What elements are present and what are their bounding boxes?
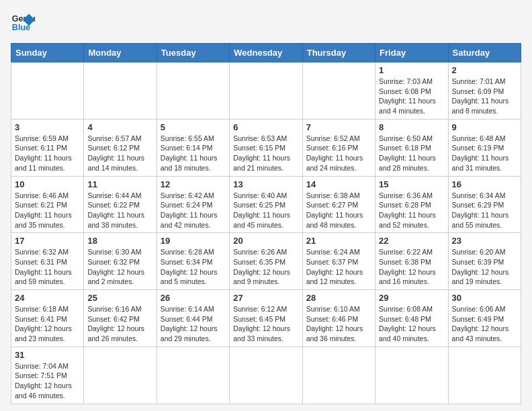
- day-info: Sunrise: 6:10 AM Sunset: 6:46 PM Dayligh…: [306, 304, 371, 344]
- calendar-cell: 22Sunrise: 6:22 AM Sunset: 6:38 PM Dayli…: [375, 233, 448, 290]
- day-info: Sunrise: 6:40 AM Sunset: 6:25 PM Dayligh…: [233, 191, 298, 230]
- day-number: 25: [87, 293, 152, 303]
- day-info: Sunrise: 6:50 AM Sunset: 6:18 PM Dayligh…: [379, 134, 444, 173]
- calendar-cell: [84, 347, 157, 404]
- calendar-cell: 2Sunrise: 7:01 AM Sunset: 6:09 PM Daylig…: [448, 62, 521, 120]
- calendar-cell: 3Sunrise: 6:59 AM Sunset: 6:11 PM Daylig…: [11, 119, 84, 176]
- calendar-week-row: 31Sunrise: 7:04 AM Sunset: 7:51 PM Dayli…: [11, 347, 521, 404]
- day-info: Sunrise: 6:55 AM Sunset: 6:14 PM Dayligh…: [161, 134, 226, 173]
- day-number: 9: [452, 122, 517, 132]
- calendar-cell: 19Sunrise: 6:28 AM Sunset: 6:34 PM Dayli…: [157, 233, 229, 290]
- calendar-cell: 4Sunrise: 6:57 AM Sunset: 6:12 PM Daylig…: [84, 119, 157, 176]
- day-number: 29: [379, 293, 444, 303]
- calendar-cell: [448, 347, 521, 404]
- day-info: Sunrise: 6:12 AM Sunset: 6:45 PM Dayligh…: [233, 304, 298, 344]
- day-number: 1: [379, 65, 444, 75]
- weekday-header-wednesday: Wednesday: [230, 44, 302, 62]
- day-number: 13: [233, 179, 298, 189]
- weekday-header-saturday: Saturday: [448, 44, 521, 62]
- day-info: Sunrise: 6:08 AM Sunset: 6:48 PM Dayligh…: [379, 304, 444, 344]
- day-number: 24: [15, 293, 80, 303]
- day-info: Sunrise: 6:32 AM Sunset: 6:31 PM Dayligh…: [15, 247, 80, 287]
- weekday-header-row: SundayMondayTuesdayWednesdayThursdayFrid…: [11, 44, 521, 62]
- weekday-header-monday: Monday: [84, 44, 157, 62]
- day-number: 16: [452, 179, 517, 189]
- calendar-cell: 9Sunrise: 6:48 AM Sunset: 6:19 PM Daylig…: [448, 119, 521, 176]
- day-number: 14: [306, 179, 371, 189]
- day-number: 4: [87, 122, 152, 132]
- day-info: Sunrise: 6:18 AM Sunset: 6:41 PM Dayligh…: [15, 304, 80, 344]
- day-info: Sunrise: 6:57 AM Sunset: 6:12 PM Dayligh…: [87, 134, 152, 173]
- day-info: Sunrise: 6:36 AM Sunset: 6:28 PM Dayligh…: [379, 191, 444, 230]
- day-number: 17: [15, 236, 80, 246]
- logo-icon: General Blue: [11, 11, 35, 35]
- calendar-cell: 30Sunrise: 6:06 AM Sunset: 6:49 PM Dayli…: [448, 290, 521, 347]
- day-number: 21: [306, 236, 371, 246]
- day-info: Sunrise: 6:28 AM Sunset: 6:34 PM Dayligh…: [161, 247, 226, 287]
- weekday-header-thursday: Thursday: [302, 44, 375, 62]
- day-info: Sunrise: 7:04 AM Sunset: 7:51 PM Dayligh…: [15, 361, 80, 401]
- calendar-cell: 15Sunrise: 6:36 AM Sunset: 6:28 PM Dayli…: [375, 176, 448, 233]
- calendar-cell: 27Sunrise: 6:12 AM Sunset: 6:45 PM Dayli…: [230, 290, 302, 347]
- day-number: 28: [306, 293, 371, 303]
- calendar-cell: 14Sunrise: 6:38 AM Sunset: 6:27 PM Dayli…: [302, 176, 375, 233]
- day-number: 10: [15, 179, 80, 189]
- day-number: 23: [452, 236, 517, 246]
- day-number: 22: [379, 236, 444, 246]
- calendar-week-row: 24Sunrise: 6:18 AM Sunset: 6:41 PM Dayli…: [11, 290, 521, 347]
- day-number: 18: [87, 236, 152, 246]
- day-info: Sunrise: 6:48 AM Sunset: 6:19 PM Dayligh…: [452, 134, 517, 173]
- calendar-cell: 16Sunrise: 6:34 AM Sunset: 6:29 PM Dayli…: [448, 176, 521, 233]
- calendar-cell: 29Sunrise: 6:08 AM Sunset: 6:48 PM Dayli…: [375, 290, 448, 347]
- calendar-week-row: 1Sunrise: 7:03 AM Sunset: 6:08 PM Daylig…: [11, 62, 521, 120]
- calendar-cell: 13Sunrise: 6:40 AM Sunset: 6:25 PM Dayli…: [230, 176, 302, 233]
- calendar-cell: 18Sunrise: 6:30 AM Sunset: 6:32 PM Dayli…: [84, 233, 157, 290]
- calendar-cell: 11Sunrise: 6:44 AM Sunset: 6:22 PM Dayli…: [84, 176, 157, 233]
- day-number: 30: [452, 293, 517, 303]
- calendar-cell: [230, 62, 302, 120]
- calendar-cell: [302, 347, 375, 404]
- calendar-cell: [230, 347, 302, 404]
- day-number: 12: [161, 179, 226, 189]
- day-number: 31: [15, 350, 80, 360]
- day-info: Sunrise: 6:24 AM Sunset: 6:37 PM Dayligh…: [306, 247, 371, 287]
- day-info: Sunrise: 6:44 AM Sunset: 6:22 PM Dayligh…: [87, 191, 152, 230]
- day-info: Sunrise: 6:22 AM Sunset: 6:38 PM Dayligh…: [379, 247, 444, 287]
- calendar-cell: [375, 347, 448, 404]
- calendar-cell: 21Sunrise: 6:24 AM Sunset: 6:37 PM Dayli…: [302, 233, 375, 290]
- day-info: Sunrise: 6:38 AM Sunset: 6:27 PM Dayligh…: [306, 191, 371, 230]
- weekday-header-tuesday: Tuesday: [157, 44, 229, 62]
- day-number: 20: [233, 236, 298, 246]
- day-info: Sunrise: 6:20 AM Sunset: 6:39 PM Dayligh…: [452, 247, 517, 287]
- day-info: Sunrise: 6:46 AM Sunset: 6:21 PM Dayligh…: [15, 191, 80, 230]
- day-number: 7: [306, 122, 371, 132]
- calendar-cell: 6Sunrise: 6:53 AM Sunset: 6:15 PM Daylig…: [230, 119, 302, 176]
- day-info: Sunrise: 7:03 AM Sunset: 6:08 PM Dayligh…: [379, 77, 444, 116]
- day-number: 5: [161, 122, 226, 132]
- weekday-header-sunday: Sunday: [11, 44, 84, 62]
- calendar-cell: 20Sunrise: 6:26 AM Sunset: 6:35 PM Dayli…: [230, 233, 302, 290]
- day-number: 3: [15, 122, 80, 132]
- day-number: 15: [379, 179, 444, 189]
- calendar-cell: 25Sunrise: 6:16 AM Sunset: 6:42 PM Dayli…: [84, 290, 157, 347]
- day-info: Sunrise: 6:26 AM Sunset: 6:35 PM Dayligh…: [233, 247, 298, 287]
- calendar-cell: [11, 62, 84, 120]
- day-info: Sunrise: 6:30 AM Sunset: 6:32 PM Dayligh…: [87, 247, 152, 287]
- day-number: 2: [452, 65, 517, 75]
- day-info: Sunrise: 6:34 AM Sunset: 6:29 PM Dayligh…: [452, 191, 517, 230]
- header: General Blue: [11, 11, 521, 35]
- day-number: 27: [233, 293, 298, 303]
- calendar-cell: 10Sunrise: 6:46 AM Sunset: 6:21 PM Dayli…: [11, 176, 84, 233]
- calendar-cell: 7Sunrise: 6:52 AM Sunset: 6:16 PM Daylig…: [302, 119, 375, 176]
- day-number: 19: [161, 236, 226, 246]
- day-info: Sunrise: 6:42 AM Sunset: 6:24 PM Dayligh…: [161, 191, 226, 230]
- calendar-cell: [84, 62, 157, 120]
- calendar-cell: 24Sunrise: 6:18 AM Sunset: 6:41 PM Dayli…: [11, 290, 84, 347]
- day-number: 11: [87, 179, 152, 189]
- calendar-week-row: 17Sunrise: 6:32 AM Sunset: 6:31 PM Dayli…: [11, 233, 521, 290]
- calendar-cell: 5Sunrise: 6:55 AM Sunset: 6:14 PM Daylig…: [157, 119, 229, 176]
- day-number: 8: [379, 122, 444, 132]
- day-info: Sunrise: 6:59 AM Sunset: 6:11 PM Dayligh…: [15, 134, 80, 173]
- day-info: Sunrise: 6:52 AM Sunset: 6:16 PM Dayligh…: [306, 134, 371, 173]
- day-info: Sunrise: 6:14 AM Sunset: 6:44 PM Dayligh…: [161, 304, 226, 344]
